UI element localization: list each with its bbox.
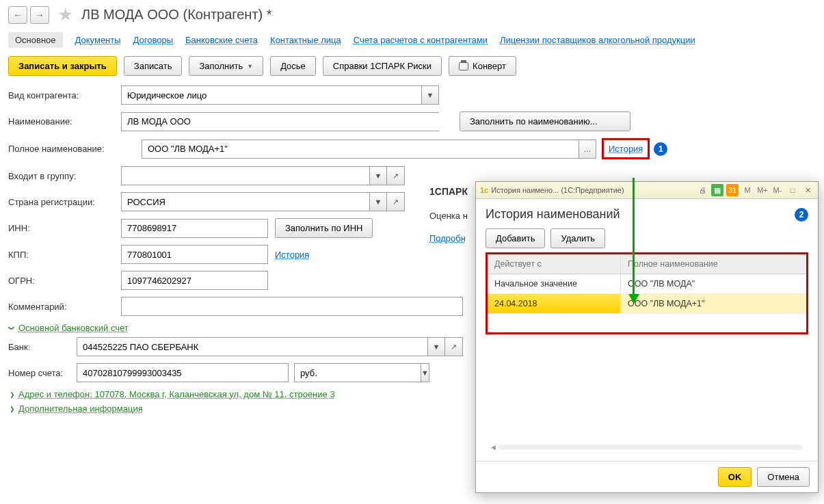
row1-name: ООО "ЛВ МОДА+1" [621, 294, 806, 313]
calendar-icon[interactable]: 31 [726, 184, 739, 196]
col-name-header[interactable]: Полное наименование [621, 254, 806, 274]
print-icon [459, 62, 468, 70]
nav-back-button[interactable]: ← [8, 6, 27, 24]
spark-button[interactable]: Справки 1СПАРК Риски [323, 56, 442, 76]
group-input[interactable] [121, 166, 369, 185]
tab-settlement[interactable]: Счета расчетов с контрагентами [354, 35, 488, 45]
type-label: Вид контрагента: [8, 90, 121, 101]
row0-name: ООО "ЛВ МОДА" [621, 274, 806, 293]
address-section-label: Адрес и телефон: 107078, Москва г, Калан… [18, 389, 335, 399]
dossier-button[interactable]: Досье [270, 56, 316, 76]
fill-by-name-button[interactable]: Заполнить по наименованию... [460, 111, 630, 131]
bank-open-button[interactable]: ↗ [445, 337, 463, 356]
page-title: ЛВ МОДА ООО (Контрагент) * [81, 7, 272, 23]
nav-forward-button[interactable]: → [30, 6, 49, 24]
m-plus-button[interactable]: M+ [756, 184, 769, 196]
country-label: Страна регистрации: [8, 197, 121, 207]
delete-button[interactable]: Удалить [550, 228, 605, 248]
popup-title: История наименований [486, 207, 620, 222]
group-label: Входит в группу: [8, 171, 121, 181]
name-input[interactable] [121, 112, 439, 131]
fullname-label: Полное наименование: [8, 144, 142, 154]
table-row[interactable]: Начальное значение ООО "ЛВ МОДА" [488, 274, 806, 294]
group-open-button[interactable]: ↗ [387, 166, 405, 185]
save-button[interactable]: Записать [124, 56, 183, 76]
annotation-arrow-icon [633, 178, 635, 301]
save-close-button[interactable]: Записать и закрыть [8, 56, 117, 76]
history-table: Действует с Полное наименование Начально… [486, 252, 808, 334]
row0-date: Начальное значение [488, 274, 621, 293]
fill-by-inn-button[interactable]: Заполнить по ИНН [275, 218, 373, 238]
country-input[interactable] [121, 192, 369, 211]
spark-header: 1СПАРК [429, 186, 468, 197]
fill-button-label: Заполнить [199, 61, 243, 71]
grid-icon[interactable]: ▦ [711, 184, 723, 196]
caret-down-icon: ▼ [247, 63, 253, 70]
fullname-ellipsis-button[interactable]: … [579, 140, 596, 159]
tab-licenses[interactable]: Лицензии поставщиков алкогольной продукц… [500, 35, 695, 45]
spark-more-link[interactable]: Подробн [429, 233, 466, 243]
m-minus-button[interactable]: M- [771, 184, 784, 196]
maximize-icon[interactable]: □ [786, 184, 799, 196]
ogrn-input[interactable] [121, 271, 268, 290]
type-input[interactable] [121, 85, 421, 105]
fullname-input[interactable] [142, 140, 579, 159]
popup-app-icon: 1c [480, 186, 488, 194]
bank-label: Банк: [8, 342, 77, 352]
currency-input[interactable] [294, 363, 421, 382]
tab-main[interactable]: Основное [8, 32, 63, 48]
kpp-label: КПП: [8, 250, 121, 260]
bank-input[interactable] [77, 337, 427, 356]
inn-input[interactable] [121, 219, 268, 238]
kpp-history-link[interactable]: История [275, 250, 309, 260]
currency-dropdown-button[interactable]: ▼ [421, 363, 429, 382]
add-button[interactable]: Добавить [486, 228, 545, 248]
group-dropdown-button[interactable]: ▼ [369, 166, 387, 185]
favorite-star-icon[interactable]: ★ [57, 4, 73, 25]
name-label: Наименование: [8, 116, 121, 127]
type-dropdown-button[interactable]: ▼ [421, 85, 439, 105]
inn-label: ИНН: [8, 223, 121, 233]
convert-button-label: Конверт [473, 61, 506, 71]
extra-section-label: Дополнительная информация [18, 403, 143, 414]
comment-label: Комментарий: [8, 302, 121, 312]
popup-titlebar-text: История наимено... (1С:Предприятие) [491, 186, 624, 194]
callout-2: 2 [795, 208, 808, 222]
kpp-input[interactable] [121, 245, 268, 264]
account-label: Номер счета: [8, 368, 77, 378]
tab-contracts[interactable]: Договоры [133, 35, 173, 45]
tab-bank-accounts[interactable]: Банковские счета [185, 35, 258, 45]
bank-section-label: Основной банковский счет [18, 323, 129, 333]
spark-rating: Оценка н [429, 211, 468, 221]
country-dropdown-button[interactable]: ▼ [369, 192, 387, 211]
close-icon[interactable]: ✕ [801, 184, 814, 196]
history-popup: 1c История наимено... (1С:Предприятие) 🖨… [475, 181, 819, 493]
comment-input[interactable] [121, 297, 463, 316]
print-preview-icon[interactable]: 🖨 [696, 184, 708, 196]
row1-date: 24.04.2018 [488, 294, 621, 313]
bank-dropdown-button[interactable]: ▼ [427, 337, 445, 356]
tab-contacts[interactable]: Контактные лица [270, 35, 341, 45]
account-input[interactable] [77, 363, 289, 382]
cancel-button[interactable]: Отмена [757, 467, 810, 487]
horizontal-scrollbar[interactable] [491, 443, 803, 451]
tab-documents[interactable]: Документы [75, 35, 121, 45]
m-button[interactable]: M [741, 184, 754, 196]
convert-button[interactable]: Конверт [449, 56, 516, 76]
fill-button[interactable]: Заполнить▼ [189, 56, 263, 76]
country-open-button[interactable]: ↗ [387, 192, 405, 211]
fullname-history-link[interactable]: История [604, 141, 647, 157]
table-row[interactable]: 24.04.2018 ООО "ЛВ МОДА+1" [488, 294, 806, 314]
callout-1: 1 [654, 142, 667, 156]
col-date-header[interactable]: Действует с [488, 254, 621, 274]
ok-button[interactable]: OK [718, 467, 752, 487]
ogrn-label: ОГРН: [8, 276, 121, 286]
